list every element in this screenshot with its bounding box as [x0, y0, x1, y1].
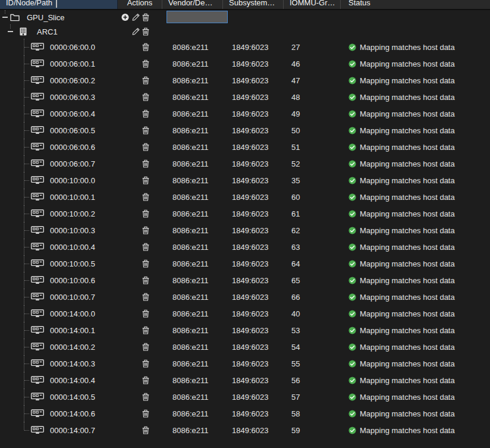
trash-icon[interactable]	[142, 259, 149, 268]
status-text: Mapping matches host data	[360, 176, 455, 185]
pencil-icon[interactable]	[132, 28, 140, 36]
subsystem: 1849:6023	[223, 59, 268, 68]
trash-icon[interactable]	[142, 359, 149, 368]
device-row[interactable]: 0000:10:00.6 8086:e211 1849:6023 65 Mapp…	[0, 272, 490, 289]
device-row[interactable]: 0000:10:00.5 8086:e211 1849:6023 64 Mapp…	[0, 255, 490, 272]
device-row[interactable]: 0000:14:00.6 8086:e211 1849:6023 58 Mapp…	[0, 405, 490, 422]
trash-icon[interactable]	[142, 393, 149, 401]
trash-icon[interactable]	[142, 343, 149, 351]
trash-icon[interactable]	[142, 43, 149, 51]
device-row[interactable]: 0000:14:00.4 8086:e211 1849:6023 56 Mapp…	[0, 372, 490, 389]
device-row[interactable]: 0000:10:00.4 8086:e211 1849:6023 63 Mapp…	[0, 239, 490, 255]
device-row[interactable]: 0000:10:00.2 8086:e211 1849:6023 61 Mapp…	[0, 205, 490, 222]
check-circle-icon	[348, 310, 356, 318]
node-row[interactable]: ARC1	[0, 24, 490, 39]
column-header-vendor-device[interactable]: Vendor/De…	[162, 0, 223, 9]
device-row[interactable]: 0000:14:00.3 8086:e211 1849:6023 55 Mapp…	[0, 355, 490, 372]
device-row[interactable]: 0000:14:00.5 8086:e211 1849:6023 57 Mapp…	[0, 389, 490, 405]
pci-card-icon	[31, 243, 44, 251]
plus-circle-icon[interactable]	[121, 14, 129, 21]
device-row[interactable]: 0000:10:00.1 8086:e211 1849:6023 60 Mapp…	[0, 189, 490, 205]
pci-card-icon	[31, 309, 44, 318]
iommu-group: 51	[284, 143, 300, 152]
status-text: Mapping matches host data	[360, 276, 455, 285]
status-text: Mapping matches host data	[360, 159, 455, 168]
column-header-actions[interactable]: Actions	[118, 0, 162, 9]
folder-icon	[10, 14, 20, 21]
device-row[interactable]: 0000:06:00.2 8086:e211 1849:6023 47 Mapp…	[0, 72, 490, 89]
device-path: 0000:06:00.3	[50, 93, 95, 102]
device-path: 0000:14:00.6	[50, 409, 95, 418]
tree-line	[24, 97, 29, 98]
column-header-subsystem[interactable]: Subsystem…	[223, 0, 284, 9]
device-path: 0000:10:00.0	[50, 176, 95, 185]
device-row[interactable]: 0000:06:00.7 8086:e211 1849:6023 52 Mapp…	[0, 155, 490, 172]
device-row[interactable]: 0000:14:00.1 8086:e211 1849:6023 53 Mapp…	[0, 322, 490, 339]
trash-icon[interactable]	[142, 193, 149, 201]
subsystem: 1849:6023	[223, 293, 268, 302]
trash-icon[interactable]	[142, 176, 149, 184]
iommu-group: 56	[284, 376, 300, 385]
trash-icon[interactable]	[142, 426, 149, 434]
trash-icon[interactable]	[142, 293, 149, 301]
trash-icon[interactable]	[142, 159, 149, 168]
column-header-status[interactable]: Status	[341, 0, 490, 9]
collapse-toggle[interactable]	[2, 17, 8, 18]
device-row[interactable]: 0000:06:00.3 8086:e211 1849:6023 48 Mapp…	[0, 89, 490, 105]
trash-icon[interactable]	[142, 276, 149, 284]
pci-card-icon	[31, 43, 44, 51]
grid-header: ID/Node/Path Actions Vendor/De… Subsyste…	[0, 0, 490, 10]
column-header-id-node-path[interactable]: ID/Node/Path	[0, 0, 118, 9]
column-header-iommu-group[interactable]: IOMMU-Gr…	[284, 0, 341, 9]
inline-edit-input[interactable]	[167, 11, 228, 23]
device-row[interactable]: 0000:14:00.0 8086:e211 1849:6023 40 Mapp…	[0, 305, 490, 322]
trash-icon[interactable]	[142, 226, 149, 234]
trash-icon[interactable]	[142, 93, 149, 101]
tree-line	[24, 422, 24, 430]
trash-icon[interactable]	[142, 376, 149, 384]
device-path: 0000:10:00.4	[50, 243, 95, 252]
trash-icon[interactable]	[142, 59, 149, 68]
trash-icon[interactable]	[142, 126, 149, 134]
device-row[interactable]: 0000:14:00.2 8086:e211 1849:6023 54 Mapp…	[0, 339, 490, 355]
collapse-toggle[interactable]	[8, 31, 13, 32]
iommu-group: 63	[284, 243, 300, 252]
device-row[interactable]: 0000:14:00.7 8086:e211 1849:6023 59 Mapp…	[0, 422, 490, 438]
building-icon	[20, 27, 27, 36]
subsystem: 1849:6023	[223, 359, 268, 368]
tree-line	[24, 214, 29, 214]
tree-line	[24, 430, 29, 431]
check-circle-icon	[348, 293, 356, 301]
trash-icon[interactable]	[142, 76, 149, 84]
status-text: Mapping matches host data	[360, 226, 455, 235]
iommu-group: 60	[284, 193, 300, 202]
mapping-row[interactable]: GPU_Slice	[0, 10, 490, 24]
pci-card-icon	[31, 76, 44, 84]
iommu-group: 49	[284, 109, 300, 118]
device-row[interactable]: 0000:06:00.6 8086:e211 1849:6023 51 Mapp…	[0, 139, 490, 155]
device-row[interactable]: 0000:10:00.3 8086:e211 1849:6023 62 Mapp…	[0, 222, 490, 239]
trash-icon[interactable]	[142, 13, 149, 21]
trash-icon[interactable]	[142, 27, 149, 36]
tree-line	[24, 180, 29, 181]
trash-icon[interactable]	[142, 109, 149, 118]
status-text: Mapping matches host data	[360, 209, 455, 218]
status-text: Mapping matches host data	[360, 293, 455, 302]
device-row[interactable]: 0000:06:00.1 8086:e211 1849:6023 46 Mapp…	[0, 55, 490, 72]
tree-line	[24, 380, 29, 381]
trash-icon[interactable]	[142, 143, 149, 151]
trash-icon[interactable]	[142, 243, 149, 251]
trash-icon[interactable]	[142, 209, 149, 218]
device-row[interactable]: 0000:10:00.7 8086:e211 1849:6023 66 Mapp…	[0, 289, 490, 305]
device-row[interactable]: 0000:06:00.4 8086:e211 1849:6023 49 Mapp…	[0, 105, 490, 122]
resource-mappings-grid: ID/Node/Path Actions Vendor/De… Subsyste…	[0, 0, 490, 448]
trash-icon[interactable]	[142, 309, 149, 318]
device-row[interactable]: 0000:06:00.5 8086:e211 1849:6023 50 Mapp…	[0, 122, 490, 139]
trash-icon[interactable]	[142, 409, 149, 418]
device-row[interactable]: 0000:06:00.0 8086:e211 1849:6023 27 Mapp…	[0, 39, 490, 55]
pencil-icon[interactable]	[132, 14, 140, 21]
column-resize-indicator[interactable]	[56, 0, 57, 8]
device-row[interactable]: 0000:10:00.0 8086:e211 1849:6023 35 Mapp…	[0, 172, 490, 189]
trash-icon[interactable]	[142, 326, 149, 334]
column-header-label: Subsystem…	[229, 0, 283, 8]
